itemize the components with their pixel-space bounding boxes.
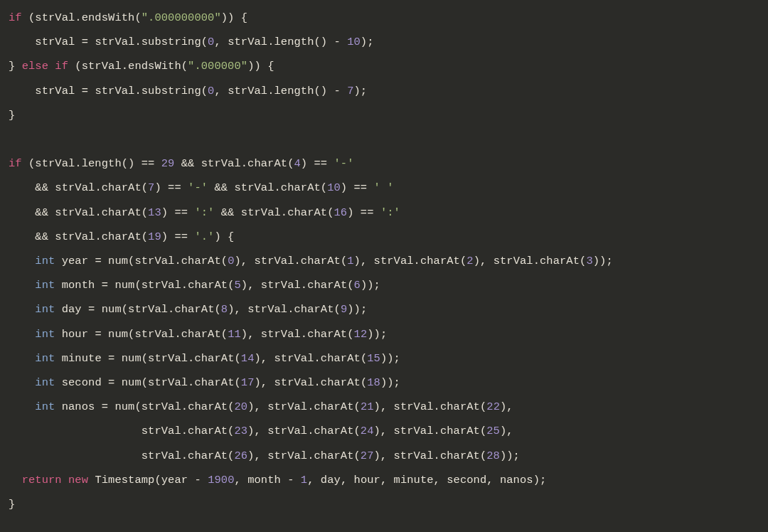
identifier: minute xyxy=(394,474,434,486)
identifier: strVal xyxy=(261,279,301,292)
function-num: num xyxy=(122,352,142,365)
number-literal: 6 xyxy=(354,279,361,292)
char-literal: ':' xyxy=(380,206,400,219)
number-literal: 8 xyxy=(221,303,228,316)
number-literal: 24 xyxy=(361,425,374,437)
number-literal: 18 xyxy=(367,376,380,389)
number-literal: 7 xyxy=(347,85,353,97)
number-literal: 12 xyxy=(354,328,368,341)
char-literal: '-' xyxy=(334,157,354,170)
method-charAt: charAt xyxy=(174,303,214,316)
identifier: day xyxy=(321,474,341,486)
type-int: int xyxy=(35,376,55,389)
method-length: length xyxy=(274,36,314,48)
method-charAt: charAt xyxy=(314,425,353,437)
method-charAt: charAt xyxy=(440,449,480,462)
identifier: strVal xyxy=(148,376,188,389)
number-literal: 1 xyxy=(301,474,307,486)
identifier: strVal xyxy=(394,425,434,437)
string-literal: ".000000000" xyxy=(142,11,221,24)
number-literal: 2 xyxy=(466,255,473,267)
identifier: strVal xyxy=(142,449,181,462)
identifier: strVal xyxy=(148,352,188,365)
method-substring: substring xyxy=(142,85,201,97)
function-num: num xyxy=(114,400,134,413)
number-literal: 7 xyxy=(148,181,154,194)
number-literal: 0 xyxy=(228,255,234,267)
type-int: int xyxy=(35,352,55,365)
char-literal: '.' xyxy=(194,230,214,243)
identifier: strVal xyxy=(394,449,434,462)
identifier: strVal xyxy=(142,425,181,437)
method-charAt: charAt xyxy=(194,352,234,365)
identifier: strVal xyxy=(35,36,75,48)
identifier: strVal xyxy=(128,303,168,316)
method-charAt: charAt xyxy=(102,206,142,219)
method-charAt: charAt xyxy=(294,303,334,316)
function-num: num xyxy=(108,255,128,267)
code-block: if (strVal.endsWith(".000000000")) { str… xyxy=(0,0,768,522)
method-charAt: charAt xyxy=(314,400,354,413)
number-literal: 4 xyxy=(294,157,300,170)
number-literal: 1900 xyxy=(208,474,234,486)
identifier: strVal xyxy=(374,255,414,267)
method-charAt: charAt xyxy=(102,181,142,194)
keyword-if: if xyxy=(55,60,68,73)
identifier: strVal xyxy=(247,303,287,316)
method-charAt: charAt xyxy=(188,279,228,292)
identifier: strVal xyxy=(134,328,174,341)
type-int: int xyxy=(35,255,55,267)
number-literal: 0 xyxy=(208,36,214,48)
keyword-new: new xyxy=(68,474,88,486)
method-charAt: charAt xyxy=(188,400,228,413)
function-num: num xyxy=(114,279,134,292)
keyword-if: if xyxy=(9,11,22,24)
number-literal: 9 xyxy=(341,303,347,316)
keyword-return: return xyxy=(22,474,62,486)
keyword-else: else xyxy=(22,60,48,73)
number-literal: 25 xyxy=(486,425,500,437)
char-literal: ':' xyxy=(194,206,214,219)
method-charAt: charAt xyxy=(540,255,580,267)
method-charAt: charAt xyxy=(102,230,142,243)
number-literal: 16 xyxy=(334,206,348,219)
number-literal: 5 xyxy=(234,279,240,292)
type-int: int xyxy=(35,303,55,316)
number-literal: 21 xyxy=(361,400,374,413)
method-charAt: charAt xyxy=(301,255,341,267)
type-int: int xyxy=(35,328,55,341)
function-num: num xyxy=(122,376,142,389)
identifier: strVal xyxy=(55,181,95,194)
identifier: strVal xyxy=(394,400,434,413)
identifier: strVal xyxy=(267,449,307,462)
method-endsWith: endsWith xyxy=(128,60,181,73)
identifier: strVal xyxy=(82,60,122,73)
method-charAt: charAt xyxy=(188,425,228,437)
identifier: strVal xyxy=(241,206,281,219)
number-literal: 29 xyxy=(161,157,175,170)
number-literal: 20 xyxy=(234,400,247,413)
identifier: strVal xyxy=(201,157,241,170)
identifier: strVal xyxy=(35,157,75,170)
identifier: strVal xyxy=(95,85,134,97)
identifier: hour xyxy=(62,328,88,341)
method-charAt: charAt xyxy=(314,449,353,462)
number-literal: 17 xyxy=(241,376,255,389)
number-literal: 11 xyxy=(228,328,241,341)
method-charAt: charAt xyxy=(194,376,234,389)
identifier: strVal xyxy=(134,255,174,267)
method-charAt: charAt xyxy=(307,328,347,341)
number-literal: 28 xyxy=(486,449,500,462)
identifier: nanos xyxy=(500,474,533,486)
number-literal: 19 xyxy=(148,230,161,243)
method-charAt: charAt xyxy=(188,449,228,462)
method-charAt: charAt xyxy=(247,157,287,170)
identifier: strVal xyxy=(35,85,75,97)
identifier: minute xyxy=(62,352,102,365)
number-literal: 0 xyxy=(208,85,214,97)
identifier: second xyxy=(447,474,486,486)
number-literal: 1 xyxy=(347,255,353,267)
identifier: strVal xyxy=(494,255,533,267)
number-literal: 10 xyxy=(327,181,341,194)
method-charAt: charAt xyxy=(321,352,361,365)
